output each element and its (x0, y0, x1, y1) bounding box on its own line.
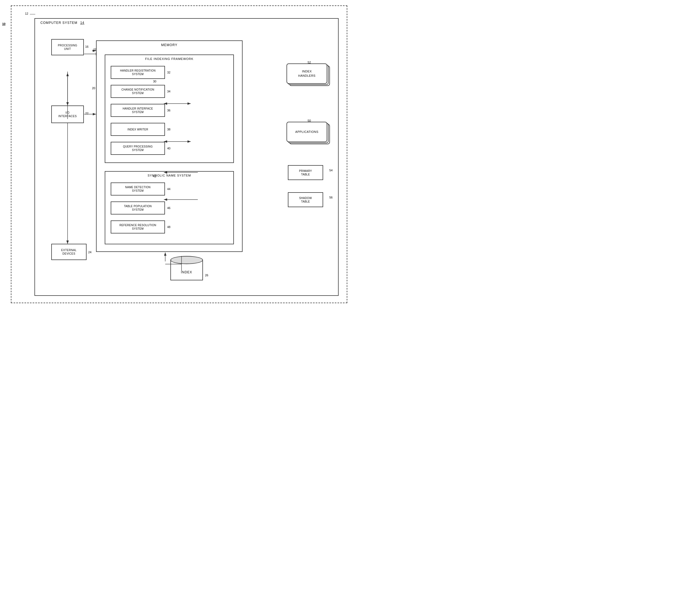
ref-38: 38 (167, 128, 170, 131)
index-handlers-label: INDEX HANDLERS (298, 69, 316, 78)
ref-resolve-box: REFERENCE RESOLUTIONSYSTEM (111, 221, 165, 234)
index-cylinder: INDEX (170, 256, 203, 280)
io-interfaces-label: I/O INTERFACES (58, 111, 77, 118)
primary-table-label: PRIMARY TABLE (299, 169, 312, 176)
memory-box: MEMORY FILE INDEXING FRAMEWORK HANDLER R… (96, 40, 243, 252)
external-devices-box: EXTERNAL DEVICES (51, 244, 86, 260)
processing-unit-label: PROCESSING UNIT (58, 44, 77, 51)
index-label: INDEX (181, 270, 192, 274)
fif-box: FILE INDEXING FRAMEWORK HANDLER REGISTRA… (105, 55, 234, 163)
ref-10: 10 (2, 22, 5, 26)
shadow-table-box: SHADOW TABLE (288, 192, 323, 207)
primary-table-box: PRIMARY TABLE (288, 165, 323, 180)
index-writer-box: INDEX WRITER (111, 123, 165, 136)
handler-iface-label: HANDLER INTERFACESYSTEM (123, 107, 153, 114)
name-detect-box: NAME DETECTIONSYSTEM (111, 182, 165, 195)
external-devices-label: EXTERNAL DEVICES (61, 248, 77, 255)
handler-reg-label: HANDLER REGISTRATIONSYSTEM (120, 69, 156, 76)
io-interfaces-box: I/O INTERFACES (51, 106, 84, 123)
cs-label-text: COMPUTER SYSTEM (40, 21, 77, 25)
change-notif-label: CHANGE NOTIFICATIONSYSTEM (121, 88, 154, 95)
memory-label: MEMORY (161, 43, 177, 47)
handler-iface-box: HANDLER INTERFACESYSTEM (111, 104, 165, 117)
sns-box: SYMBOLIC NAME SYSTEM NAME DETECTIONSYSTE… (105, 171, 234, 244)
ref-40: 40 (167, 147, 170, 150)
processing-unit-box: PROCESSING UNIT (51, 39, 84, 55)
ref-44: 44 (167, 187, 170, 191)
shadow-table-label: SHADOW TABLE (299, 196, 312, 203)
fif-label: FILE INDEXING FRAMEWORK (145, 57, 193, 60)
index-cylinder-group: INDEX (170, 256, 203, 280)
ref-24: 24 (88, 251, 92, 254)
ref-56: 56 (329, 196, 333, 199)
ref-resolve-label: REFERENCE RESOLUTIONSYSTEM (119, 223, 156, 231)
change-notif-box: CHANGE NOTIFICATIONSYSTEM (111, 85, 165, 98)
ref-46: 46 (167, 206, 170, 210)
table-pop-box: TABLE POPULATIONSYSTEM (111, 201, 165, 214)
table-pop-label: TABLE POPULATIONSYSTEM (124, 205, 152, 211)
ref-54: 54 (329, 169, 333, 172)
computer-system-box: COMPUTER SYSTEM 14 PROCESSING UNIT 16 18… (35, 18, 339, 296)
ref-26: 26 (205, 274, 208, 277)
ref-48: 48 (167, 225, 170, 228)
name-detect-label: NAME DETECTIONSYSTEM (125, 185, 151, 193)
query-proc-label: QUERY PROCESSINGSYSTEM (123, 145, 152, 152)
ref-12-line (30, 14, 35, 14)
ref-30: 30 (153, 80, 156, 83)
handler-reg-box: HANDLER REGISTRATIONSYSTEM (111, 66, 165, 79)
cs-ref: 14 (80, 21, 84, 25)
ref-20: 20 (92, 86, 95, 90)
ih-front: INDEX HANDLERS (287, 64, 327, 84)
ref-22: 22 (85, 112, 88, 115)
ref-42: 42 (153, 175, 156, 178)
ref-16: 16 (85, 45, 88, 48)
diagram-outer: 12 COMPUTER SYSTEM 14 PROCESSING UNIT 16… (11, 5, 347, 303)
cs-label: COMPUTER SYSTEM 14 (40, 21, 84, 25)
ref-36: 36 (167, 109, 170, 112)
query-proc-box: QUERY PROCESSINGSYSTEM (111, 142, 165, 155)
applications-label: APPLICATIONS (295, 130, 318, 134)
cyl-top (170, 256, 203, 264)
ref-32: 32 (167, 71, 170, 74)
ref-34: 34 (167, 90, 170, 93)
ref-12: 12 (25, 12, 28, 15)
index-writer-label: INDEX WRITER (127, 128, 148, 131)
app-front: APPLICATIONS (287, 122, 327, 142)
